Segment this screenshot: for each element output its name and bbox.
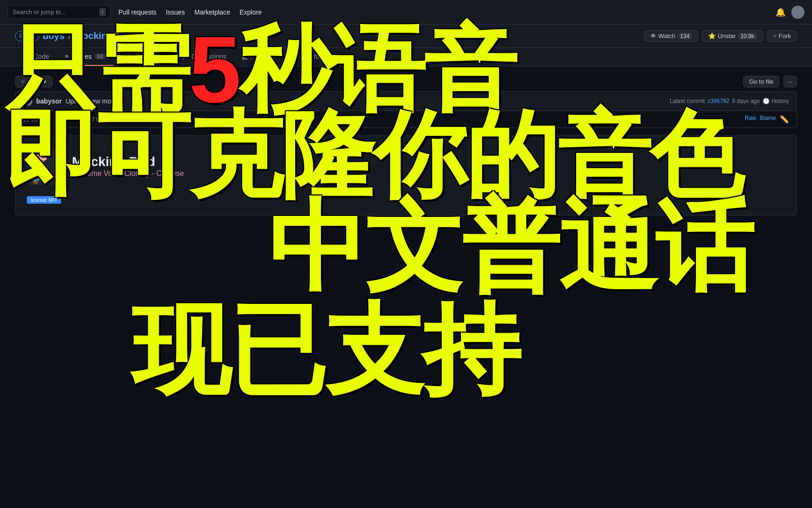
repo-owner[interactable]: boys [43,31,65,41]
history-icon: 🕐 [763,98,770,104]
tab-insights[interactable]: 📊 Insights [281,48,330,66]
license-label: license [31,197,47,203]
tab-discussions[interactable]: 💬 Discussions [173,48,234,66]
repo-name-separator: / [68,31,71,41]
blame-icon[interactable]: Blame [760,115,776,124]
readme-logo-image: 🧠🐦 [27,147,64,185]
edit-icon[interactable]: ✏️ [780,115,789,124]
commit-author[interactable]: babysor [36,97,62,105]
projects-icon: ▦ [242,53,248,60]
notifications-bell[interactable]: 🔔 [775,7,786,17]
tab-code[interactable]: 📄 Code [15,48,56,66]
license-badge: license MIT [27,196,61,204]
readme-subtitle: Realtime Voice Cloning - Chinese [72,169,184,178]
star-icon: ⭐ [708,32,716,40]
logo-emoji: 🧠🐦 [27,146,64,186]
branch-name: mock [27,78,41,85]
table-row: 11 commits | 173 sloc | 11.7 KB Raw Blam… [16,111,796,127]
top-nav: Search or jump to... / Pull requests Iss… [0,0,812,24]
commit-time: 8 days ago [732,98,760,104]
nav-right: 🔔 [775,6,804,19]
file-table: 11 commits | 173 sloc | 11.7 KB Raw Blam… [15,111,797,128]
readme-section: 🧠🐦 Mocking Bird Realtime Voice Cloning -… [15,135,797,215]
user-avatar[interactable] [791,6,804,19]
discussions-icon: 💬 [180,53,188,60]
commit-author-avatar [23,96,32,106]
search-bar[interactable]: Search or jump to... / [8,5,111,19]
nav-pull-requests[interactable]: Pull requests [118,8,156,16]
insights-icon: 📊 [289,53,297,60]
code-icon: 📄 [23,53,31,60]
repo-actions: 👁 Watch 134 ⭐ Unstar 10.9k ⑂ Fork [644,30,797,42]
watch-icon: 👁 [650,32,656,40]
raw-icon[interactable]: Raw [745,115,756,124]
repo-name[interactable]: MockingBird [75,31,132,41]
file-stats: 11 commits | 173 sloc | 11.7 KB [23,116,104,123]
nav-links: Pull requests Issues Marketplace Explore [118,8,262,16]
branch-selector[interactable]: ⑂ mock ▾ [15,76,53,87]
nav-explore[interactable]: Explore [240,8,262,16]
search-placeholder: Search or jump to... [13,8,66,16]
unstar-button[interactable]: ⭐ Unstar 10.9k [702,30,763,42]
nav-marketplace[interactable]: Marketplace [194,8,230,16]
file-view-actions: Raw Blame ✏️ [745,115,789,124]
latest-commit-label: Latest commit [670,98,705,104]
readme-logo: 🧠🐦 Mocking Bird Realtime Voice Cloning -… [27,147,785,185]
fork-icon: ⑂ [773,32,777,40]
branch-actions: ⑂ mock ▾ [15,76,53,87]
repo-tabs: 📄 Code ⚬ Issues 53 ⑂ Pull requests 💬 Dis… [0,48,812,66]
license-type: MIT [48,197,57,203]
watch-count: 134 [677,33,692,40]
main-content: ⑂ mock ▾ Go to file ··· babysor Upload n… [0,66,812,225]
commit-hash[interactable]: c396792 [708,98,729,104]
branch-icon: ⑂ [21,78,25,85]
pr-icon: ⑂ [121,53,125,60]
go-to-file-button[interactable]: Go to file [743,76,780,87]
file-size: 11.7 KB [84,116,104,123]
commit-info-bar: babysor Upload new models Latest commit … [15,91,797,111]
readme-header-text: Mocking Bird Realtime Voice Cloning - Ch… [72,154,184,178]
star-count: 10.9k [738,33,757,40]
slash-key: / [99,8,106,16]
file-browser-header: ⑂ mock ▾ Go to file ··· [15,76,797,87]
repo-header-left: Public boys / MockingBird [15,31,640,41]
nav-issues[interactable]: Issues [166,8,185,16]
watch-button[interactable]: 👁 Watch 134 [644,30,698,42]
chevron-down-icon: ▾ [43,78,47,85]
commit-meta: Latest commit c396792 8 days ago 🕐 Histo… [670,98,789,104]
more-options-button[interactable]: ··· [783,76,797,87]
file-actions: Go to file ··· [743,76,797,87]
commits-count: 11 [23,116,29,123]
commit-message: Upload new models [65,97,123,105]
file-sloc: 173 sloc [57,116,78,123]
readme-title: Mocking Bird [72,154,184,169]
issues-icon: ⚬ [64,53,70,60]
tab-issues[interactable]: ⚬ Issues 53 [56,48,113,66]
repo-header: Public boys / MockingBird 👁 Watch 134 ⭐ … [0,24,812,48]
repo-visibility-badge: Public [15,31,39,41]
issues-count: 53 [94,54,106,59]
overlay-line4: 现已支持 [132,301,519,400]
history-button[interactable]: 🕐 History [763,98,789,104]
fork-button[interactable]: ⑂ Fork [767,30,797,42]
tab-pull-requests[interactable]: ⑂ Pull requests [113,48,173,66]
tab-projects[interactable]: ▦ Projects [234,48,282,66]
